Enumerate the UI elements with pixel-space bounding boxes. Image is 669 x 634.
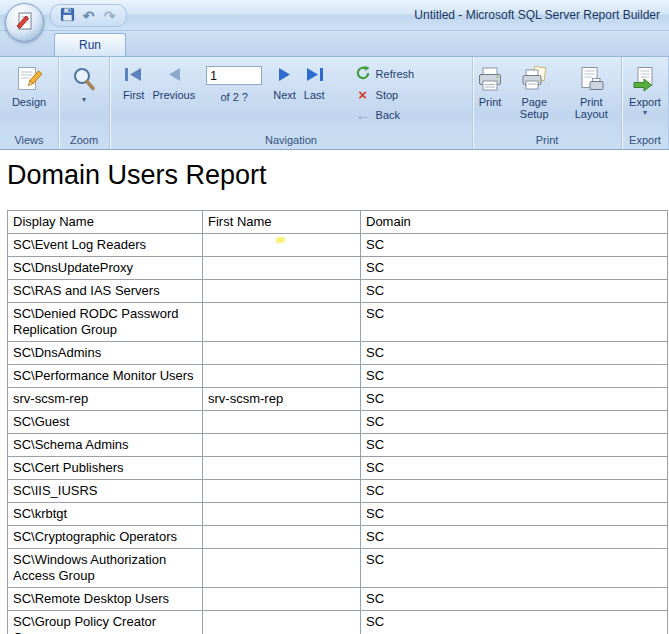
redo-button[interactable]: ↷ xyxy=(100,6,119,25)
table-cell: SC\RAS and IAS Servers xyxy=(8,280,203,303)
table-cell: SC xyxy=(361,480,668,503)
table-row: SC\DnsAdminsSC xyxy=(8,342,668,365)
first-page-button[interactable]: First xyxy=(119,61,148,103)
window-title: Untitled - Microsoft SQL Server Report B… xyxy=(414,8,660,22)
print-button-label: Print xyxy=(479,96,502,108)
table-row: srv-scsm-repsrv-scsm-repSC xyxy=(8,388,668,411)
table-cell: SC\krbtgt xyxy=(8,503,203,526)
table-cell: SC\Cert Publishers xyxy=(8,457,203,480)
column-header: First Name xyxy=(203,211,361,234)
table-cell: SC\IIS_IUSRS xyxy=(8,480,203,503)
table-cell xyxy=(203,588,361,611)
table-cell: SC\Group Policy Creator Owners xyxy=(8,611,203,634)
table-row: SC\Windows Authorization Access GroupSC xyxy=(8,549,668,588)
print-group-label: Print xyxy=(474,133,620,149)
previous-page-icon xyxy=(166,67,182,84)
ribbon-group-export: Export ▾ Export xyxy=(622,57,669,149)
print-layout-button[interactable]: Print Layout xyxy=(562,59,620,121)
report-table-body: SC\Event Log ReadersSCSC\DnsUpdateProxyS… xyxy=(8,234,668,634)
table-cell xyxy=(203,526,361,549)
table-cell: SC xyxy=(361,526,668,549)
refresh-icon xyxy=(356,66,370,82)
table-cell xyxy=(203,549,361,588)
design-button[interactable]: Design xyxy=(9,59,49,109)
print-button[interactable]: Print xyxy=(474,59,506,109)
page-number-box: of 2 ? xyxy=(206,66,262,103)
previous-page-button[interactable]: Previous xyxy=(148,61,199,103)
table-row: SC\Cryptographic OperatorsSC xyxy=(8,526,668,549)
page-setup-icon xyxy=(521,63,547,95)
first-page-icon xyxy=(124,67,144,84)
table-cell: SC xyxy=(361,342,668,365)
printer-icon xyxy=(477,63,503,95)
table-cell: SC\Event Log Readers xyxy=(8,234,203,257)
ribbon-group-views: Design Views xyxy=(0,57,59,149)
page-number-input[interactable] xyxy=(206,66,262,85)
undo-icon: ↶ xyxy=(83,9,95,23)
table-cell: SC xyxy=(361,549,668,588)
ribbon-group-navigation: First Previous of 2 ? xyxy=(110,57,473,149)
design-icon xyxy=(16,63,42,95)
table-cell: SC xyxy=(361,303,668,342)
stop-button[interactable]: × Stop xyxy=(353,87,402,103)
table-row: SC\Cert PublishersSC xyxy=(8,457,668,480)
quick-access-toolbar: ↶ ↷ xyxy=(50,4,127,27)
report-builder-logo-icon xyxy=(14,10,36,36)
title-bar: ↶ ↷ Untitled - Microsoft SQL Server Repo… xyxy=(0,0,669,31)
zoom-button[interactable]: ▾ xyxy=(68,59,100,105)
application-menu-button[interactable] xyxy=(5,3,44,42)
table-row: SC\IIS_IUSRSSC xyxy=(8,480,668,503)
page-setup-button-label: Page Setup xyxy=(509,96,559,120)
tab-run[interactable]: Run xyxy=(54,33,126,56)
table-cell: SC\DnsAdmins xyxy=(8,342,203,365)
table-row: SC\RAS and IAS ServersSC xyxy=(8,280,668,303)
save-button[interactable] xyxy=(58,6,77,25)
table-cell xyxy=(203,611,361,634)
table-row: SC\Denied RODC Password Replication Grou… xyxy=(8,303,668,342)
navigation-group-label: Navigation xyxy=(111,133,471,149)
undo-button[interactable]: ↶ xyxy=(79,6,98,25)
table-cell xyxy=(203,434,361,457)
table-cell: srv-scsm-rep xyxy=(203,388,361,411)
zoom-group-label: Zoom xyxy=(60,133,108,149)
next-page-label: Next xyxy=(273,89,296,101)
column-header: Domain xyxy=(361,211,668,234)
refresh-label: Refresh xyxy=(376,68,415,80)
table-cell: SC\Cryptographic Operators xyxy=(8,526,203,549)
table-row: SC\krbtgtSC xyxy=(8,503,668,526)
last-page-label: Last xyxy=(304,89,325,101)
table-cell: SC xyxy=(361,388,668,411)
export-icon xyxy=(632,63,658,95)
table-cell: SC\DnsUpdateProxy xyxy=(8,257,203,280)
table-row: SC\DnsUpdateProxySC xyxy=(8,257,668,280)
page-setup-button[interactable]: Page Setup xyxy=(506,59,562,121)
zoom-icon xyxy=(71,63,97,95)
refresh-button[interactable]: Refresh xyxy=(353,65,418,83)
table-cell xyxy=(203,411,361,434)
table-cell: srv-scsm-rep xyxy=(8,388,203,411)
report-table-header-row: Display NameFirst NameDomain xyxy=(8,211,668,234)
table-cell: SC xyxy=(361,234,668,257)
table-cell: SC\Performance Monitor Users xyxy=(8,365,203,388)
last-page-button[interactable]: Last xyxy=(300,61,329,103)
report-table: Display NameFirst NameDomain SC\Event Lo… xyxy=(7,210,668,634)
export-group-label: Export xyxy=(623,133,667,149)
table-cell: SC\Denied RODC Password Replication Grou… xyxy=(8,303,203,342)
stop-icon: × xyxy=(356,88,370,102)
design-button-label: Design xyxy=(12,96,46,108)
stop-label: Stop xyxy=(376,89,399,101)
next-page-button[interactable]: Next xyxy=(269,61,300,103)
export-button-label: Export xyxy=(629,96,661,108)
ribbon-tab-bar: Run xyxy=(0,31,669,56)
table-cell xyxy=(203,365,361,388)
report-preview-area: Domain Users Report Display NameFirst Na… xyxy=(0,150,669,634)
navigation-commands: Refresh × Stop ← Back xyxy=(353,61,418,123)
back-label: Back xyxy=(376,109,400,121)
first-page-label: First xyxy=(123,89,144,101)
views-group-label: Views xyxy=(1,133,57,149)
export-button[interactable]: Export ▾ xyxy=(626,59,664,118)
table-cell: SC xyxy=(361,365,668,388)
back-button[interactable]: ← Back xyxy=(353,107,403,123)
table-cell xyxy=(203,457,361,480)
table-row: SC\Group Policy Creator OwnersSC xyxy=(8,611,668,634)
